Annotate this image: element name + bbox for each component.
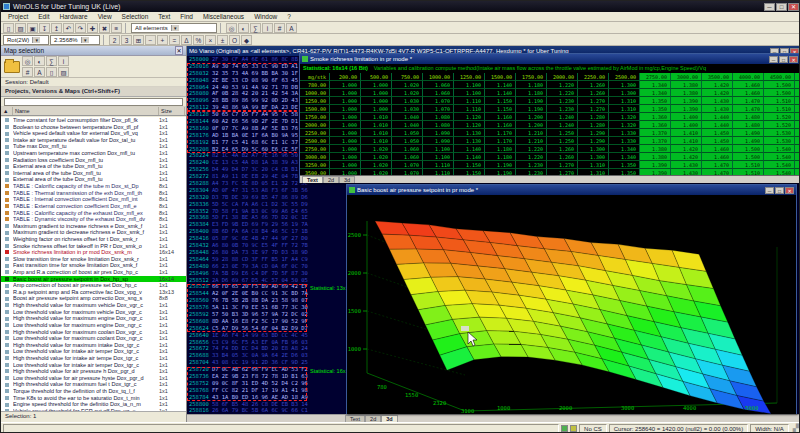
table-cell[interactable]: 1.200 xyxy=(516,121,547,129)
table-cell[interactable]: 1.410 xyxy=(671,137,702,145)
table-cell[interactable]: 1.540 xyxy=(795,97,800,105)
map-list-row[interactable]: Slow transition time for smoke limitatio… xyxy=(1,256,186,263)
table-cell[interactable]: 1.520 xyxy=(764,121,795,129)
absolute-icon[interactable]: = xyxy=(169,35,180,45)
table-cell[interactable]: 1.540 xyxy=(795,129,800,137)
table-row[interactable]: 3250.001.0001.0201.0701.1101.1501.1901.2… xyxy=(300,161,800,169)
table-cell[interactable]: 1.000 xyxy=(330,97,361,105)
table-cell[interactable]: 1.340 xyxy=(640,81,671,89)
table-cell[interactable]: 1.230 xyxy=(516,169,547,175)
table-cell[interactable]: 1.300 xyxy=(609,81,640,89)
redo-icon[interactable]: ↷ xyxy=(75,23,86,33)
table-cell[interactable]: 1.140 xyxy=(454,145,485,153)
table-cell[interactable]: 1.220 xyxy=(547,81,578,89)
table-cell[interactable]: 1.480 xyxy=(733,113,764,121)
map-list-row[interactable]: Maximum gradient to increase richness e … xyxy=(1,223,186,230)
view-2d-icon[interactable]: 2 xyxy=(109,35,120,45)
table-cell[interactable]: 1.260 xyxy=(547,145,578,153)
table-cell[interactable]: 1.020 xyxy=(361,161,392,169)
table-cell[interactable]: 1.340 xyxy=(609,153,640,161)
table-cell[interactable]: 1.070 xyxy=(392,169,423,175)
table-cell[interactable]: 1.460 xyxy=(702,153,733,161)
table-cell[interactable]: 1.500 xyxy=(733,153,764,161)
table-cell[interactable]: 1.500 xyxy=(764,81,795,89)
map-list-row[interactable]: Time constant for fuel consumption filte… xyxy=(1,117,186,124)
info-icon[interactable]: i xyxy=(58,56,69,66)
table-cell[interactable]: 1.390 xyxy=(671,105,702,113)
table-cell[interactable]: 1.400 xyxy=(671,113,702,121)
table-cell[interactable]: 1.210 xyxy=(516,137,547,145)
table-cell[interactable]: 1.160 xyxy=(485,121,516,129)
table-cell[interactable]: 1.500 xyxy=(764,89,795,97)
map-list-row[interactable]: Weighting factor on richness offset for … xyxy=(1,236,186,243)
table-cell[interactable]: 1.100 xyxy=(423,153,454,161)
table-cell[interactable]: 1.120 xyxy=(454,113,485,121)
percent-icon[interactable]: % xyxy=(193,35,204,45)
table-cell[interactable]: 1.100 xyxy=(454,89,485,97)
table-cell[interactable]: 1.190 xyxy=(485,169,516,175)
open-project-icon[interactable]: ▨ xyxy=(15,23,26,33)
table-cell[interactable]: 1.540 xyxy=(795,153,800,161)
table-cell[interactable]: 1.530 xyxy=(764,129,795,137)
table-cell[interactable]: 1.510 xyxy=(733,161,764,169)
minimize-button[interactable]: ─ xyxy=(764,3,775,11)
table-cell[interactable]: 1.080 xyxy=(423,113,454,121)
table-cell[interactable]: 1.450 xyxy=(702,137,733,145)
map-list-row[interactable]: High threshold value for maximum coolan … xyxy=(1,329,186,336)
zoom-out-icon[interactable]: − xyxy=(145,35,156,45)
boost-minimize-button[interactable]: ─ xyxy=(765,187,774,194)
menu-item-1[interactable]: Edit xyxy=(33,13,54,20)
table-cell[interactable]: 1.420 xyxy=(671,145,702,153)
table-cell[interactable]: 1.220 xyxy=(516,153,547,161)
table-cell[interactable]: 1.510 xyxy=(764,97,795,105)
table-cell[interactable]: 1.320 xyxy=(609,121,640,129)
table-cell[interactable]: 1.260 xyxy=(547,153,578,161)
table-cell[interactable]: 1.420 xyxy=(671,153,702,161)
table-cell[interactable]: 1.010 xyxy=(361,137,392,145)
table-cell[interactable]: 1.380 xyxy=(640,145,671,153)
table-row[interactable]: 1000.001.0001.0001.0201.0601.1001.1401.1… xyxy=(300,89,800,97)
table-cell[interactable]: 1.270 xyxy=(547,161,578,169)
table-cell[interactable]: 1.380 xyxy=(640,153,671,161)
factor-icon[interactable]: × xyxy=(205,35,216,45)
panel-close-icon[interactable]: ✕ xyxy=(175,46,183,55)
checksum-icon[interactable]: ∑ xyxy=(250,23,261,33)
table-cell[interactable]: 1.170 xyxy=(485,137,516,145)
table-cell[interactable]: 1.390 xyxy=(640,161,671,169)
menu-item-0[interactable]: Project xyxy=(3,13,33,20)
table-cell[interactable]: 1.110 xyxy=(423,161,454,169)
hexview-icon[interactable]: # xyxy=(274,23,285,33)
table-cell[interactable]: 1.070 xyxy=(423,97,454,105)
map-list-row[interactable]: TABLE : Internal convection coefficient … xyxy=(1,196,186,203)
table-cell[interactable]: 1.540 xyxy=(764,145,795,153)
table-cell[interactable]: 1.350 xyxy=(609,161,640,169)
table-cell[interactable]: 1.100 xyxy=(423,145,454,153)
table-cell[interactable]: 1.030 xyxy=(392,97,423,105)
info-icon[interactable]: i xyxy=(262,23,273,33)
table-cell[interactable]: 1.430 xyxy=(702,105,733,113)
table-cell[interactable]: 1.030 xyxy=(392,105,423,113)
table-cell[interactable]: 1.540 xyxy=(795,81,800,89)
map-list-row[interactable]: Amp and R.a correction of boost air pres… xyxy=(1,269,186,276)
table-cell[interactable]: 1.110 xyxy=(423,169,454,175)
table-cell[interactable]: 1.190 xyxy=(485,161,516,169)
table-cell[interactable]: 1.020 xyxy=(392,81,423,89)
map-list-row[interactable]: External area of the tube Dox_mfl_tu1x1 xyxy=(1,176,186,183)
map-list-row[interactable]: Low threshold value for maximum vehicle … xyxy=(1,309,186,316)
map-list-row[interactable]: Boost air pressure setpoint amp correcti… xyxy=(1,295,186,302)
table-cell[interactable]: 1.230 xyxy=(547,105,578,113)
table-cell[interactable]: 1.230 xyxy=(547,97,578,105)
table-cell[interactable]: 1.000 xyxy=(330,121,361,129)
table-cell[interactable]: 1.460 xyxy=(702,145,733,153)
map-list-row[interactable]: TABLE : Calorific capacity of the exhaus… xyxy=(1,210,186,217)
save-project-icon[interactable]: ▣ xyxy=(27,23,38,33)
textview-icon[interactable]: A xyxy=(286,23,297,33)
table-cell[interactable]: 1.060 xyxy=(392,153,423,161)
menu-item-4[interactable]: Selection xyxy=(117,13,154,20)
original-icon[interactable]: O xyxy=(229,35,240,45)
smoke-tab-text[interactable]: Text xyxy=(302,176,323,183)
table-cell[interactable]: 1.100 xyxy=(454,81,485,89)
delete-map-icon[interactable]: ✖ xyxy=(99,23,110,33)
map-list-row[interactable]: External area of the tube Dox_mfl_tu1x1 xyxy=(1,163,186,170)
offset-icon[interactable]: ± xyxy=(217,35,228,45)
